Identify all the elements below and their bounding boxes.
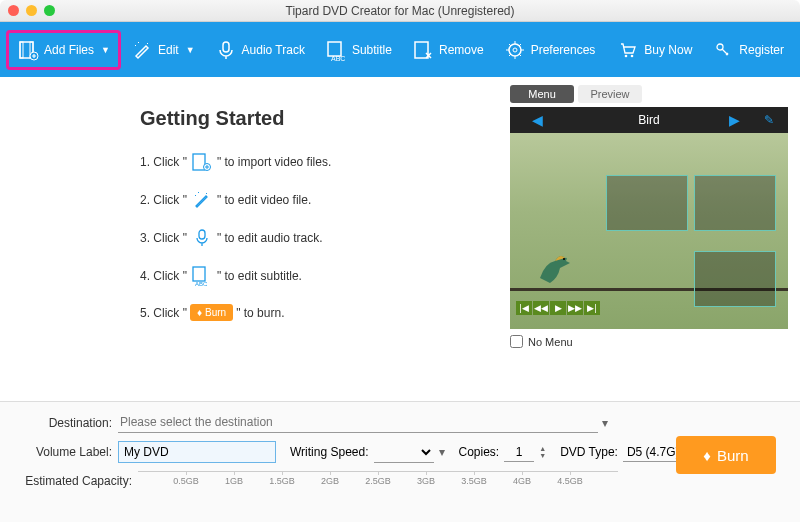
step-3: 3. Click " " to edit audio track.	[140, 228, 510, 248]
subtitle-icon: ABC	[190, 266, 214, 286]
svg-rect-7	[415, 42, 428, 58]
subtitle-label: Subtitle	[352, 43, 392, 57]
skip-forward-icon[interactable]: ▶|	[584, 301, 600, 315]
wand-icon	[131, 39, 153, 61]
edit-label: Edit	[158, 43, 179, 57]
prev-template-icon[interactable]: ◀	[532, 112, 543, 128]
capacity-tick-label: 3.5GB	[461, 476, 487, 486]
cart-icon	[617, 39, 639, 61]
volume-label-label: Volume Label:	[14, 445, 112, 459]
svg-text:ABC: ABC	[331, 55, 345, 61]
mic-icon	[215, 39, 237, 61]
prefs-label: Preferences	[531, 43, 596, 57]
capacity-tick-label: 0.5GB	[173, 476, 199, 486]
template-title: Bird	[638, 113, 659, 127]
audio-track-button[interactable]: Audio Track	[205, 33, 315, 67]
copies-down-icon[interactable]: ▼	[539, 452, 546, 459]
buy-now-button[interactable]: Buy Now	[607, 33, 702, 67]
capacity-tick-label: 4GB	[513, 476, 531, 486]
gear-icon	[504, 39, 526, 61]
edit-button[interactable]: Edit ▼	[121, 33, 205, 67]
remove-label: Remove	[439, 43, 484, 57]
flame-icon: ♦	[197, 307, 202, 318]
estimated-capacity-label: Estimated Capacity:	[14, 474, 132, 488]
register-label: Register	[739, 43, 784, 57]
getting-started-panel: Getting Started 1. Click " " to import v…	[0, 77, 510, 401]
film-add-icon	[190, 152, 214, 172]
preview-tabs: Menu Preview	[510, 85, 790, 103]
register-button[interactable]: Register	[702, 33, 794, 67]
step-4: 4. Click " ABC " to edit subtitle.	[140, 266, 510, 286]
copies-input[interactable]	[504, 443, 534, 462]
burn-button[interactable]: ♦ Burn	[676, 436, 776, 474]
svg-rect-4	[223, 42, 229, 52]
film-add-icon	[17, 39, 39, 61]
dvd-type-label: DVD Type:	[560, 445, 618, 459]
burn-mini-icon: ♦Burn	[190, 304, 233, 321]
playback-controls: |◀ ◀◀ ▶ ▶▶ ▶|	[516, 301, 600, 315]
preferences-button[interactable]: Preferences	[494, 33, 606, 67]
rewind-icon[interactable]: ◀◀	[533, 301, 549, 315]
tab-menu[interactable]: Menu	[510, 85, 574, 103]
window-title: Tipard DVD Creator for Mac (Unregistered…	[0, 4, 800, 18]
svg-text:ABC: ABC	[195, 281, 208, 286]
tab-preview[interactable]: Preview	[578, 85, 642, 103]
svg-rect-5	[328, 42, 341, 56]
key-icon	[712, 39, 734, 61]
copies-up-icon[interactable]: ▲	[539, 445, 546, 452]
capacity-tick-label: 1GB	[225, 476, 243, 486]
add-files-button[interactable]: Add Files ▼	[6, 30, 121, 70]
dropdown-icon[interactable]: ▾	[602, 416, 608, 430]
film-remove-icon	[412, 39, 434, 61]
skip-back-icon[interactable]: |◀	[516, 301, 532, 315]
no-menu-checkbox[interactable]: No Menu	[510, 335, 790, 348]
audio-label: Audio Track	[242, 43, 305, 57]
toolbar: Add Files ▼ Edit ▼ Audio Track ABC Subti…	[0, 22, 800, 77]
bottom-panel: Destination: ▾ Volume Label: Writing Spe…	[0, 401, 800, 522]
capacity-tick-label: 2.5GB	[365, 476, 391, 486]
svg-point-10	[625, 54, 628, 57]
writing-speed-select[interactable]	[374, 442, 434, 463]
subtitle-button[interactable]: ABC Subtitle	[315, 33, 402, 67]
menu-thumb[interactable]	[694, 251, 776, 307]
menu-thumb[interactable]	[606, 175, 688, 231]
capacity-bar: 0.5GB1GB1.5GB2GB2.5GB3GB3.5GB4GB4.5GB	[138, 471, 618, 491]
no-menu-input[interactable]	[510, 335, 523, 348]
destination-select[interactable]	[118, 412, 598, 433]
flame-icon: ♦	[703, 447, 711, 464]
dvd-type-value[interactable]: D5 (4.7G)	[623, 443, 684, 462]
mic-icon	[190, 228, 214, 248]
step-2: 2. Click " " to edit video file.	[140, 190, 510, 210]
step-1: 1. Click " " to import video files.	[140, 152, 510, 172]
dropdown-icon: ▾	[439, 445, 445, 459]
next-template-icon[interactable]: ▶	[729, 112, 740, 128]
buy-label: Buy Now	[644, 43, 692, 57]
copies-label: Copies:	[459, 445, 500, 459]
dropdown-icon: ▼	[101, 45, 110, 55]
svg-point-9	[513, 48, 517, 52]
svg-rect-16	[193, 267, 205, 281]
remove-button[interactable]: Remove	[402, 33, 494, 67]
capacity-tick-label: 4.5GB	[557, 476, 583, 486]
edit-template-icon[interactable]: ✎	[764, 113, 774, 127]
destination-label: Destination:	[14, 416, 112, 430]
svg-rect-1	[20, 42, 23, 58]
gs-title: Getting Started	[140, 107, 510, 130]
svg-point-18	[563, 258, 565, 260]
menu-preview: ◀ Bird ▶ ✎ |◀ ◀◀ ▶ ▶▶ ▶|	[510, 107, 788, 329]
step-5: 5. Click " ♦Burn " to burn.	[140, 304, 510, 321]
play-icon[interactable]: ▶	[550, 301, 566, 315]
add-files-label: Add Files	[44, 43, 94, 57]
writing-speed-label: Writing Speed:	[290, 445, 369, 459]
svg-rect-15	[199, 230, 205, 239]
bird-image	[530, 243, 580, 293]
svg-point-11	[631, 54, 634, 57]
volume-label-input[interactable]	[118, 441, 276, 463]
capacity-tick-label: 3GB	[417, 476, 435, 486]
titlebar: Tipard DVD Creator for Mac (Unregistered…	[0, 0, 800, 22]
menu-background: |◀ ◀◀ ▶ ▶▶ ▶|	[510, 133, 788, 329]
dropdown-icon: ▼	[186, 45, 195, 55]
menu-thumb[interactable]	[694, 175, 776, 231]
fast-forward-icon[interactable]: ▶▶	[567, 301, 583, 315]
subtitle-icon: ABC	[325, 39, 347, 61]
